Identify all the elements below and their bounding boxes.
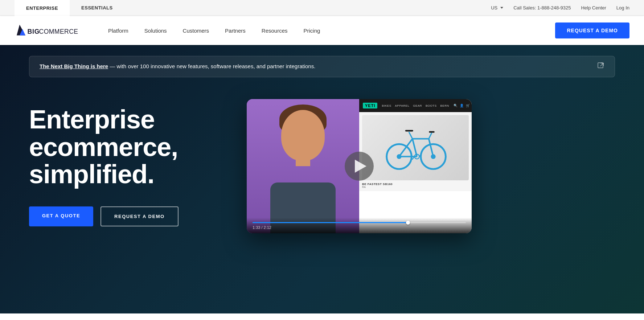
svg-line-14 [409,132,413,139]
yeti-nav-boots: BOOTS [426,104,437,107]
request-demo-button[interactable]: REQUEST A DEMO [101,206,179,226]
yeti-caption: BE FASTEST SB160 [362,182,469,186]
person-neck [296,155,310,166]
nav-links: Platform Solutions Customers Partners Re… [102,25,555,37]
yeti-body: BE FASTEST SB160 RA [359,112,472,191]
video-person [247,99,359,233]
play-icon [355,160,366,173]
nav-partners[interactable]: Partners [218,25,252,37]
hero-content: Enterprise ecommerce, simplified. GET A … [0,77,644,233]
nav-solutions[interactable]: Solutions [138,25,173,37]
video-product: YETI BIKES APPAREL GEAR BOOTS BERN 🔍 👤 [359,99,472,233]
hero-buttons: GET A QUOTE REQUEST A DEMO [29,206,218,226]
yeti-user-icon: 👤 [460,104,464,107]
announcement-banner[interactable]: The Next Big Thing is here — with over 1… [29,56,615,77]
top-bar-tabs: ENTERPRISE ESSENTIALS [15,0,124,16]
yeti-header: YETI BIKES APPAREL GEAR BOOTS BERN 🔍 👤 [359,99,472,112]
nav-pricing[interactable]: Pricing [297,25,327,37]
nav-resources[interactable]: Resources [255,25,294,37]
nav-platform[interactable]: Platform [102,25,135,37]
bigcommerce-logo: BIG COMMERCE [15,23,80,38]
main-nav: BIG COMMERCE Platform Solutions Customer… [0,16,644,45]
yeti-nav: BIKES APPAREL GEAR BOOTS BERN [382,104,449,107]
tab-essentials[interactable]: ESSENTIALS [70,0,124,16]
hero-headline: Enterprise ecommerce, simplified. [29,106,218,188]
svg-line-16 [429,133,432,139]
person-face [281,110,325,161]
hero-section: The Next Big Thing is here — with over 1… [0,45,644,313]
hero-text: Enterprise ecommerce, simplified. GET A … [29,106,218,226]
progress-bar[interactable] [253,222,466,223]
locale-selector[interactable]: US [491,5,503,11]
bike-image [362,115,469,180]
yeti-nav-gear: GEAR [413,104,422,107]
external-link-icon [597,62,604,71]
yeti-header-icons: 🔍 👤 🛒 [454,104,470,107]
video-player[interactable]: YETI BIKES APPAREL GEAR BOOTS BERN 🔍 👤 [247,99,472,233]
play-button[interactable] [345,152,374,181]
yeti-cart-icon: 🛒 [466,104,470,107]
nav-customers[interactable]: Customers [176,25,216,37]
progress-thumb[interactable] [406,221,410,225]
svg-text:COMMERCE: COMMERCE [39,28,78,35]
top-bar: ENTERPRISE ESSENTIALS US Call Sales: 1-8… [0,0,644,16]
video-time: 1:33 / 2:12 [253,225,466,230]
yeti-logo: YETI [363,103,377,108]
video-controls: 1:33 / 2:12 [247,218,472,233]
announcement-rest: — with over 100 innovative new features,… [108,63,315,69]
yeti-nav-bikes: BIKES [382,104,391,107]
svg-text:BIG: BIG [28,28,40,35]
yeti-nav-bern: BERN [440,104,449,107]
logo[interactable]: BIG COMMERCE [15,23,80,38]
hero-video-container: YETI BIKES APPAREL GEAR BOOTS BERN 🔍 👤 [247,99,615,233]
yeti-search-icon: 🔍 [454,104,458,107]
tab-enterprise[interactable]: ENTERPRISE [15,0,70,16]
announcement-bold: The Next Big Thing is here [40,63,108,69]
progress-fill [253,222,408,223]
bike-illustration [383,124,448,171]
top-bar-right: US Call Sales: 1-888-248-9325 Help Cente… [491,5,629,11]
help-center-link[interactable]: Help Center [581,5,606,11]
svg-rect-4 [598,63,603,68]
nav-cta-button[interactable]: REQUEST A DEMO [555,22,629,38]
yeti-subcaption: RA [362,186,469,188]
announcement-text: The Next Big Thing is here — with over 1… [40,62,315,71]
phone-number[interactable]: Call Sales: 1-888-248-9325 [513,5,571,11]
get-quote-button[interactable]: GET A QUOTE [29,206,93,226]
login-link[interactable]: Log In [616,5,629,11]
locale-dropdown-icon [500,7,503,9]
yeti-nav-apparel: APPAREL [395,104,410,107]
svg-line-11 [429,139,433,156]
